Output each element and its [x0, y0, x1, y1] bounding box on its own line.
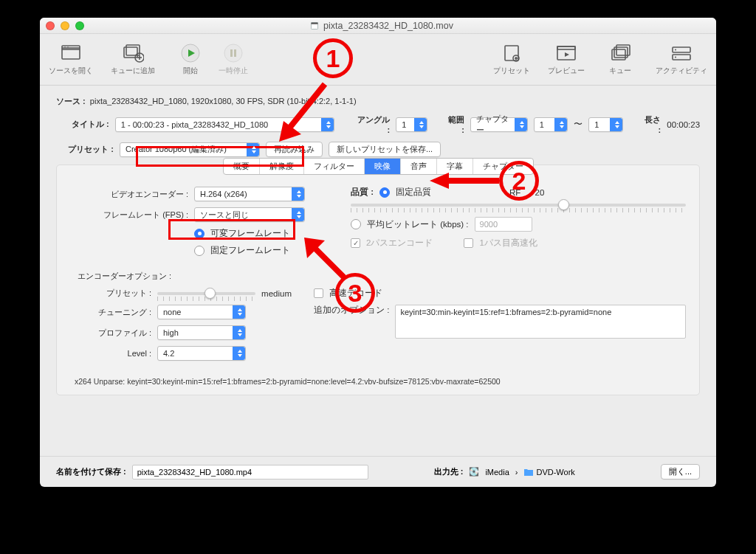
turbo-checkbox[interactable]: [464, 238, 473, 248]
saveas-label: 名前を付けて保存 :: [56, 466, 126, 477]
chapter-to-select[interactable]: 1: [588, 117, 622, 132]
duration-label: 長さ :: [642, 114, 661, 134]
abr-radio[interactable]: [351, 219, 361, 229]
title-label: タイトル :: [56, 119, 109, 130]
close-button[interactable]: [46, 21, 55, 30]
extra-opts-input[interactable]: keyint=30:min-keyint=15:ref=1:bframes=2:…: [395, 305, 686, 339]
duration-value: 00:00:23: [667, 120, 700, 129]
level-select[interactable]: 4.2: [157, 346, 246, 361]
app-window: pixta_23283432_HD_1080.mov ソースを開く キューに追加…: [40, 18, 716, 487]
level-label: Level :: [70, 349, 151, 358]
rf-slider[interactable]: [351, 204, 686, 207]
saveas-input[interactable]: pixta_23283432_HD_1080.mp4: [132, 465, 368, 479]
settings-panel: 概要 解像度 フィルター 映像 音声 字幕 チャプター ビデオエンコーダー : …: [56, 165, 700, 395]
twopass-label: 2パスエンコード: [366, 238, 433, 249]
open-source-button[interactable]: ソースを開く: [49, 43, 93, 76]
rf-value: 20: [535, 188, 545, 197]
abr-label: 平均ビットレート (kbps) :: [367, 219, 469, 230]
add-to-queue-button[interactable]: キューに追加: [111, 43, 155, 76]
turbo-label: 1パス目高速化: [479, 238, 537, 249]
encoder-label: ビデオエンコーダー :: [70, 189, 188, 200]
start-button[interactable]: 開始: [173, 43, 208, 76]
x264-unparse: x264 Unparse: keyint=30:keyint-min=15:re…: [75, 377, 686, 386]
svg-rect-16: [234, 49, 236, 57]
quality-label: 品質 :: [351, 187, 374, 198]
titlebar: pixta_23283432_HD_1080.mov: [40, 18, 716, 34]
dest-path2[interactable]: DVD-Work: [536, 468, 574, 477]
profile-label: プロファイル :: [70, 328, 151, 339]
content-area: ソース : pixta_23283432_HD_1080, 1920x1080,…: [40, 86, 716, 456]
svg-rect-22: [557, 46, 575, 49]
fastdecode-checkbox[interactable]: [314, 288, 323, 298]
window-title: pixta_23283432_HD_1080.mov: [84, 21, 679, 31]
svg-rect-15: [230, 49, 233, 57]
encoder-select[interactable]: H.264 (x264): [194, 187, 305, 201]
cfr-radio[interactable]: [194, 246, 205, 256]
minimize-button[interactable]: [61, 21, 69, 30]
activity-button[interactable]: アクティビティ: [656, 43, 707, 76]
twopass-checkbox[interactable]: [351, 238, 360, 248]
cfr-label: 固定フレームレート: [210, 245, 290, 256]
source-text: pixta_23283432_HD_1080, 1920x1080, 30 FP…: [90, 97, 357, 105]
rf-label: RF: [509, 188, 520, 197]
source-label: ソース :: [56, 97, 86, 105]
svg-rect-1: [312, 22, 318, 24]
queue-button[interactable]: キュー: [602, 43, 638, 76]
title-select[interactable]: 1 - 00:00:23 - pixta_23283432_HD_1080: [115, 117, 334, 132]
encoder-options-heading: エンコーダーオプション :: [78, 271, 686, 282]
svg-point-6: [67, 46, 68, 47]
enc-preset-label: プリセット :: [70, 288, 151, 299]
tab-video[interactable]: 映像: [365, 159, 401, 174]
presets-button[interactable]: プリセット: [493, 43, 530, 76]
zoom-button[interactable]: [75, 21, 84, 30]
movie-icon: [310, 21, 319, 30]
cq-label: 固定品質: [396, 187, 431, 198]
tab-audio[interactable]: 音声: [401, 159, 437, 174]
svg-point-14: [224, 44, 242, 62]
range-label: 範囲 :: [444, 114, 464, 134]
fastdecode-label: 高速デコード: [329, 288, 382, 299]
tab-subtitles[interactable]: 字幕: [437, 159, 473, 174]
svg-point-30: [675, 57, 676, 58]
dest-disk-icon: 💽: [469, 467, 479, 477]
annotation-box-fps: [168, 219, 295, 240]
toolbar: ソースを開く キューに追加 開始 一時停止 プリセット プレビュー キュー アク…: [40, 34, 716, 86]
tab-chapters[interactable]: チャプター: [473, 159, 533, 174]
profile-select[interactable]: high: [157, 325, 246, 340]
svg-point-5: [64, 46, 65, 47]
footer: 名前を付けて保存 : pixta_23283432_HD_1080.mp4 出力…: [40, 456, 716, 487]
abr-input[interactable]: 9000: [475, 217, 532, 232]
enc-preset-slider[interactable]: [157, 292, 255, 295]
chapter-from-select[interactable]: 1: [534, 117, 568, 132]
enc-preset-value: medium: [261, 289, 292, 298]
pause-button[interactable]: 一時停止: [216, 43, 251, 76]
tab-filters[interactable]: フィルター: [304, 159, 365, 174]
folder-icon: [523, 468, 534, 477]
range-select[interactable]: チャプター: [470, 117, 528, 132]
angle-select[interactable]: 1: [396, 117, 427, 132]
cq-radio[interactable]: [379, 187, 390, 198]
svg-marker-23: [565, 52, 569, 57]
tune-label: チューニング :: [70, 307, 151, 318]
dest-label: 出力先 :: [434, 466, 464, 477]
preview-button[interactable]: プレビュー: [548, 43, 585, 76]
dest-path1[interactable]: iMedia: [485, 468, 509, 477]
save-new-preset-button[interactable]: 新しいプリセットを保存...: [329, 142, 441, 157]
browse-button[interactable]: 開く...: [661, 464, 700, 479]
preset-label: プリセット :: [56, 144, 114, 155]
window-controls: [46, 21, 84, 30]
annotation-box-preset: [136, 146, 304, 167]
angle-label: アングル :: [356, 114, 391, 134]
svg-point-29: [675, 49, 676, 51]
extra-opts-label: 追加のオプション :: [314, 305, 389, 316]
tune-select[interactable]: none: [157, 305, 246, 319]
